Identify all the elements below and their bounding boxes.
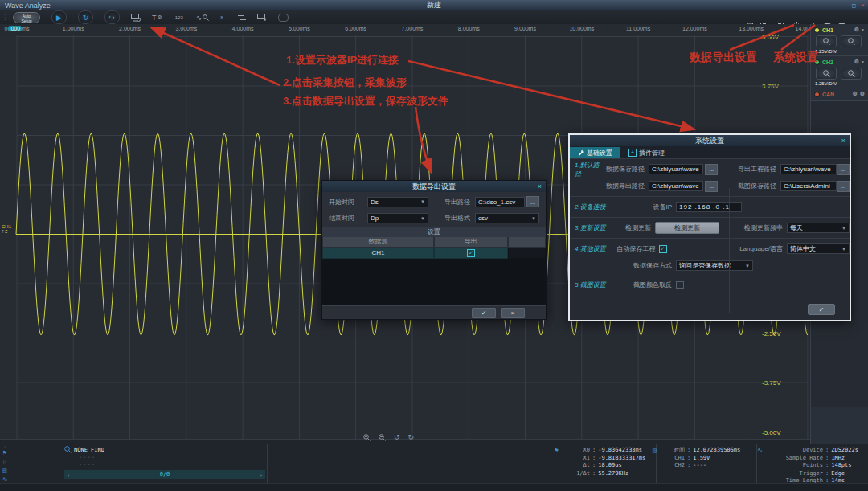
tab-basic-settings[interactable]: 基础设置 bbox=[570, 147, 620, 158]
minimize-button[interactable]: – bbox=[843, 2, 846, 9]
prev-result-icon[interactable]: ◂ bbox=[67, 470, 70, 479]
channel-ground-marker[interactable]: CH1 T Z bbox=[2, 224, 11, 234]
status-row: Trigger:Edge bbox=[765, 470, 858, 478]
search-dash-row: ---- bbox=[79, 461, 265, 468]
check-update-label: 检测更新 bbox=[608, 223, 655, 232]
status-row: Points:148pts bbox=[765, 462, 858, 470]
start-time-select[interactable]: Ds▼ bbox=[367, 197, 428, 207]
cursor-flag-icon[interactable]: ⚑ bbox=[3, 450, 7, 456]
app-title: Wave Analyze bbox=[5, 2, 51, 10]
measure-wave-icon[interactable]: ∿ bbox=[2, 477, 8, 483]
ruler-tick-label: 2.000ms bbox=[119, 26, 141, 31]
end-time-select[interactable]: Dp▼ bbox=[367, 213, 428, 223]
loop-acquire-button[interactable]: ↻ bbox=[78, 10, 93, 24]
can-settings-gear-icon[interactable]: ⚙ bbox=[852, 91, 857, 97]
acquire-play-button[interactable]: ▶ bbox=[51, 10, 67, 24]
save-path-label: 数据保存路径 bbox=[604, 165, 649, 174]
save-mode-select[interactable]: 询问是否保存数据▼ bbox=[676, 260, 753, 271]
browse-button[interactable]: ... bbox=[705, 181, 718, 192]
section-other-settings: 4.其他设置 bbox=[570, 244, 609, 253]
ch1-vzoom-out-button[interactable] bbox=[841, 35, 862, 47]
ruler-tick-label: 3.000ms bbox=[175, 26, 197, 31]
ch1-settings-gear-icon[interactable]: ⚙ bbox=[854, 27, 859, 33]
system-close-icon[interactable]: × bbox=[841, 135, 845, 146]
zoom-out-x-button[interactable] bbox=[379, 433, 386, 441]
save-path-input[interactable]: C:\zhiyuan\wave bbox=[649, 164, 703, 174]
text-settings-button[interactable]: T⚙ bbox=[152, 14, 162, 22]
numeric-readout-button[interactable]: -123- bbox=[174, 15, 185, 20]
wrench-icon bbox=[578, 149, 584, 156]
update-freq-label: 检测更新频率 bbox=[729, 223, 787, 232]
browse-button[interactable]: ... bbox=[705, 164, 718, 175]
update-freq-select[interactable]: 每天▼ bbox=[787, 223, 850, 233]
export-ok-button[interactable]: ✓ bbox=[472, 308, 496, 318]
search-icon[interactable] bbox=[2, 446, 9, 448]
language-select[interactable]: 简体中文▼ bbox=[787, 243, 850, 254]
redo-view-button[interactable]: ↻ bbox=[408, 433, 415, 441]
ch1-dropdown-icon[interactable]: ▼ bbox=[861, 27, 865, 32]
display-settings-button[interactable] bbox=[131, 14, 141, 22]
export-cancel-button[interactable]: × bbox=[501, 308, 525, 318]
auto-setup-button[interactable]: Auto Setup bbox=[13, 12, 40, 23]
zoom-in-x-button[interactable] bbox=[363, 433, 371, 441]
system-dialog-titlebar[interactable]: 系统设置 × bbox=[570, 135, 850, 146]
ruler-tick-label: 11.000ms bbox=[626, 26, 650, 31]
display-view-button[interactable] bbox=[257, 14, 267, 22]
tab-plugin-management[interactable]: + 插件管理 bbox=[620, 147, 673, 158]
report-doc-icon[interactable]: ▤ bbox=[3, 468, 7, 474]
browse-button[interactable]: ... bbox=[837, 181, 850, 192]
ruler-tick-label: 13.000ms bbox=[739, 26, 764, 31]
language-label: Language/语言 bbox=[727, 244, 787, 253]
export-settings-section-header: 设置 bbox=[322, 227, 546, 237]
maximize-button[interactable]: ◻ bbox=[852, 2, 857, 9]
screenshot-path-input[interactable]: C:\Users\Admini bbox=[780, 181, 837, 191]
section-screenshot-settings: 5.截图设置 bbox=[570, 280, 616, 289]
toolbar-grip[interactable]: ⋮⋮ bbox=[2, 13, 10, 23]
export-dialog-titlebar[interactable]: 数据导出设置 × bbox=[322, 181, 546, 192]
next-result-icon[interactable]: ▸ bbox=[260, 470, 263, 479]
cursor-tool-button[interactable]: x– bbox=[220, 14, 226, 20]
status-row: Device:ZDS2022s bbox=[765, 447, 858, 455]
ch2-vzoom-out-button[interactable] bbox=[841, 68, 862, 80]
marker-flag-icon[interactable]: ⚐ bbox=[3, 459, 7, 465]
export-format-select[interactable]: csv▼ bbox=[475, 213, 539, 223]
device-link-icon: ∿ bbox=[757, 447, 763, 454]
chevron-down-icon: ▼ bbox=[420, 216, 425, 221]
crop-tool-button[interactable] bbox=[238, 14, 246, 22]
can-config-gear-icon[interactable]: ⚙ bbox=[860, 91, 865, 97]
ch2-vzoom-in-button[interactable] bbox=[816, 68, 837, 80]
wave-search-button[interactable]: ∿ bbox=[196, 14, 210, 22]
time-ruler[interactable]: 0.000ms1.000ms2.000ms3.000ms4.000ms5.000… bbox=[0, 24, 810, 35]
check-update-button[interactable]: 检测更新 bbox=[655, 222, 719, 234]
ch2-settings-gear-icon[interactable]: ⚙ bbox=[854, 59, 859, 65]
toolbar: ⋮⋮ Auto Setup ▶ ↻ ↪ T⚙ -123- ∿ x– bbox=[0, 10, 868, 25]
device-ip-input[interactable]: 192 .168 .0 .1 bbox=[676, 202, 742, 212]
export-path-input[interactable]: C:\dso_1.csv bbox=[475, 197, 525, 207]
single-acquire-button[interactable]: ↪ bbox=[104, 10, 120, 24]
system-tabbar: 基础设置 + 插件管理 bbox=[570, 146, 850, 159]
ch1-scale: 1.25V/DIV bbox=[815, 49, 865, 54]
status-row: Δt:18.09us bbox=[561, 462, 645, 470]
browse-button[interactable]: ... bbox=[837, 164, 850, 175]
export-checkbox[interactable]: ✓ bbox=[467, 249, 475, 257]
invert-checkbox[interactable] bbox=[676, 281, 684, 289]
monitor-gear-icon bbox=[131, 14, 141, 22]
autosave-checkbox[interactable]: ✓ bbox=[659, 245, 667, 253]
horizontal-zoom-controls: ↺ ↻ bbox=[363, 433, 414, 441]
ch2-dropdown-icon[interactable]: ▼ bbox=[861, 59, 865, 64]
search-counter[interactable]: ◂ 0/0 ▸ bbox=[64, 470, 265, 479]
table-row-export[interactable]: ✓ bbox=[434, 248, 508, 259]
zoom-indicator[interactable]: ··· bbox=[278, 14, 289, 22]
table-row-source[interactable]: CH1 bbox=[322, 248, 434, 259]
data-export-path-input[interactable]: C:\zhiyuan\wave bbox=[649, 181, 703, 191]
chevron-down-icon: ▼ bbox=[841, 226, 846, 231]
system-ok-button[interactable]: ✓ bbox=[808, 304, 835, 315]
browse-button[interactable]: ... bbox=[526, 196, 539, 207]
ch1-color-dot bbox=[814, 27, 820, 33]
ch1-vzoom-in-button[interactable] bbox=[816, 35, 837, 47]
export-proj-input[interactable]: C:\zhiyuan\wave bbox=[780, 164, 837, 174]
export-close-icon[interactable]: × bbox=[538, 181, 542, 192]
undo-view-button[interactable]: ↺ bbox=[394, 433, 400, 441]
close-button[interactable]: × bbox=[861, 2, 865, 9]
section-default-paths: 1.默认路径 bbox=[570, 161, 604, 178]
